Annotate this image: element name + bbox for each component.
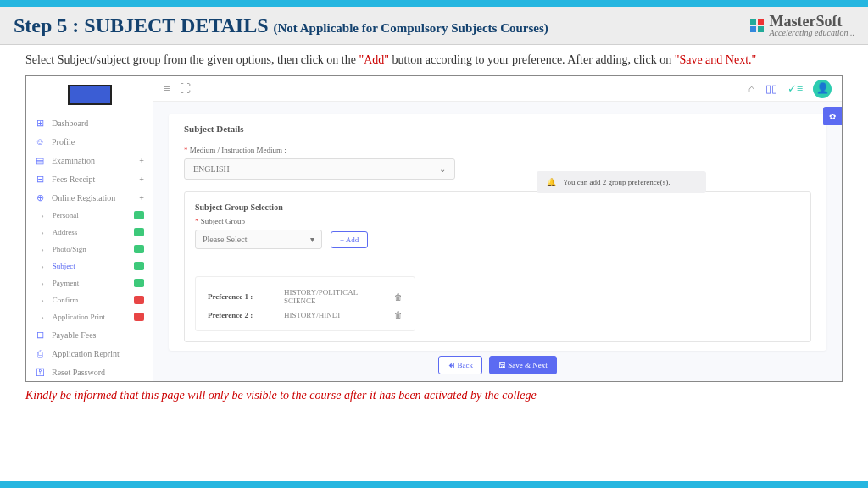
book-icon[interactable]: ▯▯ [765,82,777,96]
logo-text: MasterSoft [769,14,854,29]
nav-icon: ☺ [35,136,45,147]
preference-row: Preference 2 :HISTORY/HINDI🗑 [208,308,403,322]
sg-title: Subject Group Selection [195,202,800,212]
expand-icon[interactable]: + [139,193,144,202]
chevron-right-icon: › [42,229,44,236]
settings-gear-icon[interactable]: ✿ [823,107,842,125]
nav-icon: ⎙ [35,348,45,358]
subject-details-card: Subject Details * Medium / Instruction M… [169,114,826,351]
avatar[interactable]: 👤 [813,80,832,98]
fullscreen-icon[interactable]: ⛶ [180,82,191,96]
status-badge [134,228,144,236]
status-badge [134,211,144,219]
instruction-text: Select Subject/subject group from the gi… [0,45,868,75]
sidebar-item-reset-password[interactable]: ⚿Reset Password [26,363,153,381]
sidebar-sub-photo-sign[interactable]: ›Photo/Sign [26,241,153,258]
bell-icon: 🔔 [547,178,556,186]
status-badge [134,296,144,304]
chevron-right-icon: › [42,313,44,321]
sidebar-item-application-reprint[interactable]: ⎙Application Reprint [26,344,153,363]
sidebar-sub-payment[interactable]: ›Payment [26,274,153,291]
sidebar-logo [68,85,112,105]
nav-icon: ⊟ [35,330,45,340]
page-title: Step 5 : SUBJECT DETAILS (Not Applicable… [14,14,548,37]
sidebar-item-profile[interactable]: ☺Profile [26,132,153,151]
nav-icon: ⊕ [35,192,45,202]
page-header: Step 5 : SUBJECT DETAILS (Not Applicable… [0,7,868,45]
pref-label: Preference 1 : [208,292,275,301]
trash-icon[interactable]: 🗑 [394,292,403,302]
subject-group-box: Subject Group Selection * Subject Group … [184,191,811,342]
footer-note: Kindly be informed that this page will o… [0,382,868,409]
status-badge [134,279,144,287]
sidebar-sub-address[interactable]: ›Address [26,224,153,241]
step-subtitle: (Not Applicable for Compulsory Subjects … [274,21,548,35]
preferences-box: Preference 1 :HISTORY/POLITICAL SCIENCE🗑… [195,276,415,331]
sidebar-item-fees-receipt[interactable]: ⊟Fees Receipt+ [26,169,153,188]
chevron-right-icon: › [42,246,44,253]
sidebar-sub-personal[interactable]: ›Personal [26,207,153,224]
sidebar-sub-subject[interactable]: ›Subject [26,258,153,274]
card-title: Subject Details [184,124,811,134]
sg-label: * Subject Group : [195,217,800,225]
tasks-icon[interactable]: ✓≡ [787,82,803,96]
subject-group-select[interactable]: Please Select ▾ [195,230,322,249]
logo-tagline: Accelerating education... [769,29,854,37]
top-accent-bar [0,0,868,7]
sidebar-sub-confirm[interactable]: ›Confirm [26,291,153,308]
sidebar: ⊞Dashboard☺Profile▤Examination+⊟Fees Rec… [26,76,153,381]
sidebar-item-dashboard[interactable]: ⊞Dashboard [26,114,153,132]
main-content: ≡ ⛶ ⌂ ▯▯ ✓≡ 👤 ✿ Subject Details * Medium… [153,76,842,381]
app-screenshot: ⊞Dashboard☺Profile▤Examination+⊟Fees Rec… [25,75,843,382]
step-label: Step 5 : SUBJECT DETAILS [14,14,269,36]
chevron-right-icon: › [42,280,44,287]
preference-row: Preference 1 :HISTORY/POLITICAL SCIENCE🗑 [208,286,403,308]
medium-select[interactable]: ENGLISH ⌄ [184,158,455,180]
save-highlight: "Save and Next." [675,53,757,66]
expand-icon[interactable]: + [139,156,144,165]
status-badge [134,245,144,253]
pref-value: HISTORY/POLITICAL SCIENCE [284,288,386,305]
action-buttons: ⏮ Back 🖫 Save & Next [153,356,842,374]
chevron-down-icon: ⌄ [439,164,446,174]
logo-mark-icon [750,19,764,32]
nav-icon: ⚿ [35,367,45,377]
sidebar-item-online-registation[interactable]: ⊕Online Registation+ [26,188,153,207]
add-highlight: "Add" [359,53,389,66]
chevron-right-icon: › [42,263,44,270]
caret-down-icon: ▾ [310,235,314,244]
bottom-accent-bar [0,481,868,488]
save-next-button[interactable]: 🖫 Save & Next [489,356,557,374]
brand-logo: MasterSoft Accelerating education... [750,14,854,37]
sidebar-sub-application-print[interactable]: ›Application Print [26,308,153,325]
chevron-right-icon: › [42,297,44,304]
medium-value: ENGLISH [193,164,230,174]
menu-icon[interactable]: ≡ [164,82,170,96]
sidebar-item-payable-fees[interactable]: ⊟Payable Fees [26,325,153,344]
pref-value: HISTORY/HINDI [284,311,386,319]
top-nav: ≡ ⛶ ⌂ ▯▯ ✓≡ 👤 [153,76,842,102]
medium-label: * Medium / Instruction Medium : [184,146,811,154]
trash-icon[interactable]: 🗑 [394,310,403,319]
expand-icon[interactable]: + [139,175,144,184]
sidebar-item-examination[interactable]: ▤Examination+ [26,151,153,169]
nav-icon: ⊞ [35,118,45,128]
pref-label: Preference 2 : [208,311,275,319]
nav-icon: ⊟ [35,174,45,184]
preference-alert: 🔔 You can add 2 group preference(s). [537,171,706,193]
nav-icon: ▤ [35,155,45,165]
status-badge [134,313,144,321]
chevron-right-icon: › [42,212,44,219]
home-icon[interactable]: ⌂ [748,82,755,96]
add-button[interactable]: + Add [331,231,368,248]
back-button[interactable]: ⏮ Back [438,356,482,374]
status-badge [134,262,144,270]
